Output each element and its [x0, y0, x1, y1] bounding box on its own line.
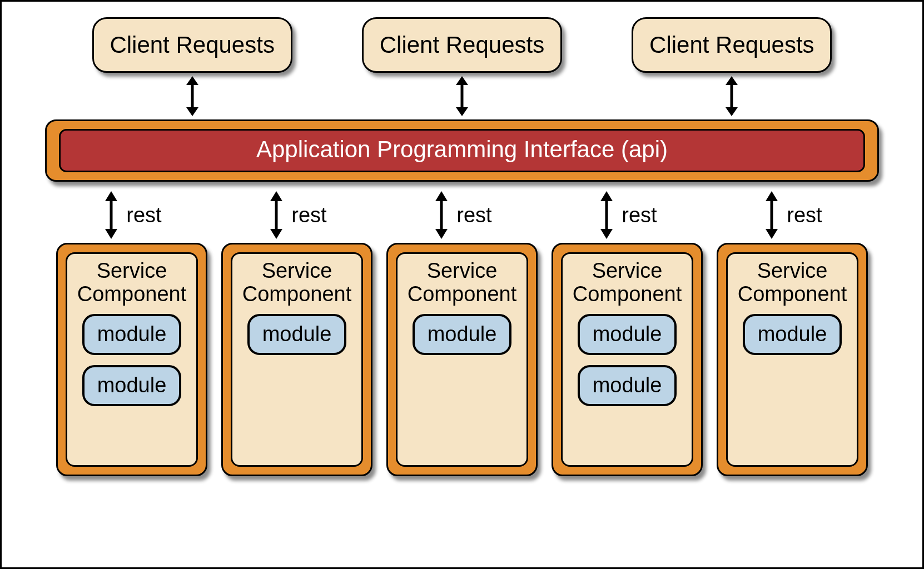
- api-inner: Application Programming Interface (api): [59, 129, 865, 172]
- svg-marker-14: [270, 229, 282, 239]
- module-label: module: [758, 322, 827, 346]
- rest-label: rest: [291, 203, 326, 227]
- service-component-box: Service Component module: [386, 243, 538, 476]
- module-box: module: [82, 365, 181, 406]
- service-component-inner: Service Component module: [231, 252, 363, 467]
- client-request-label: Client Requests: [649, 32, 814, 58]
- architecture-diagram: Client Requests Client Requests Client R…: [0, 0, 924, 569]
- service-component-box: Service Component module module: [56, 243, 207, 476]
- module-label: module: [428, 322, 497, 346]
- module-box: module: [82, 314, 181, 355]
- svg-marker-2: [186, 107, 198, 116]
- api-label: Application Programming Interface (api): [256, 136, 668, 162]
- svg-marker-22: [766, 191, 778, 201]
- svg-marker-7: [726, 76, 738, 85]
- module-label: module: [262, 322, 332, 346]
- client-request-label: Client Requests: [110, 32, 274, 58]
- client-request-box: Client Requests: [92, 17, 292, 73]
- module-box: module: [578, 314, 677, 355]
- service-component-box: Service Component module: [221, 243, 372, 476]
- rest-connectors-row: rest rest rest rest: [35, 189, 889, 241]
- module-box: module: [247, 314, 346, 355]
- svg-marker-5: [456, 107, 468, 116]
- svg-marker-4: [456, 76, 468, 85]
- client-request-box: Client Requests: [362, 17, 562, 73]
- rest-label: rest: [456, 203, 491, 227]
- double-arrow-icon: [762, 191, 781, 239]
- rest-connector: rest: [552, 189, 703, 241]
- double-arrow-icon: [102, 191, 121, 239]
- service-component-title: Service Component: [242, 259, 351, 306]
- client-api-arrows: [35, 76, 889, 118]
- double-arrow-icon: [722, 76, 741, 116]
- client-request-box: Client Requests: [632, 17, 832, 73]
- module-label: module: [97, 373, 167, 397]
- module-label: module: [593, 373, 662, 397]
- double-arrow-icon: [183, 76, 202, 116]
- svg-marker-11: [105, 229, 117, 239]
- svg-marker-20: [600, 229, 613, 239]
- module-box: module: [578, 365, 677, 406]
- rest-label: rest: [622, 203, 657, 227]
- clients-row: Client Requests Client Requests Client R…: [35, 17, 889, 73]
- services-row: Service Component module module Service …: [35, 243, 889, 545]
- double-arrow-icon: [267, 191, 286, 239]
- rest-label: rest: [126, 203, 161, 227]
- double-arrow-icon: [432, 191, 451, 239]
- module-box: module: [743, 314, 842, 355]
- double-arrow-icon: [597, 191, 616, 239]
- rest-connector: rest: [56, 189, 207, 241]
- api-bar: Application Programming Interface (api): [45, 119, 879, 182]
- svg-marker-16: [435, 191, 448, 201]
- service-component-inner: Service Component module: [726, 252, 858, 467]
- service-component-inner: Service Component module: [396, 252, 528, 467]
- rest-connector: rest: [221, 189, 372, 241]
- service-component-inner: Service Component module module: [66, 252, 198, 467]
- svg-marker-1: [186, 76, 198, 85]
- service-component-inner: Service Component module module: [561, 252, 693, 467]
- service-component-box: Service Component module: [717, 243, 868, 476]
- module-label: module: [593, 322, 662, 346]
- service-component-title: Service Component: [738, 259, 847, 306]
- svg-marker-19: [600, 191, 613, 201]
- rest-label: rest: [787, 203, 822, 227]
- svg-marker-17: [435, 229, 448, 239]
- rest-connector: rest: [717, 189, 868, 241]
- service-component-title: Service Component: [408, 259, 516, 306]
- svg-marker-13: [270, 191, 282, 201]
- rest-connector: rest: [386, 189, 538, 241]
- service-component-title: Service Component: [77, 259, 186, 306]
- double-arrow-icon: [453, 76, 471, 116]
- client-request-label: Client Requests: [380, 32, 544, 58]
- service-component-box: Service Component module module: [552, 243, 703, 476]
- service-component-title: Service Component: [573, 259, 682, 306]
- svg-marker-8: [726, 107, 738, 116]
- module-label: module: [97, 322, 167, 346]
- svg-marker-23: [766, 229, 778, 239]
- module-box: module: [413, 314, 511, 355]
- svg-marker-10: [105, 191, 117, 201]
